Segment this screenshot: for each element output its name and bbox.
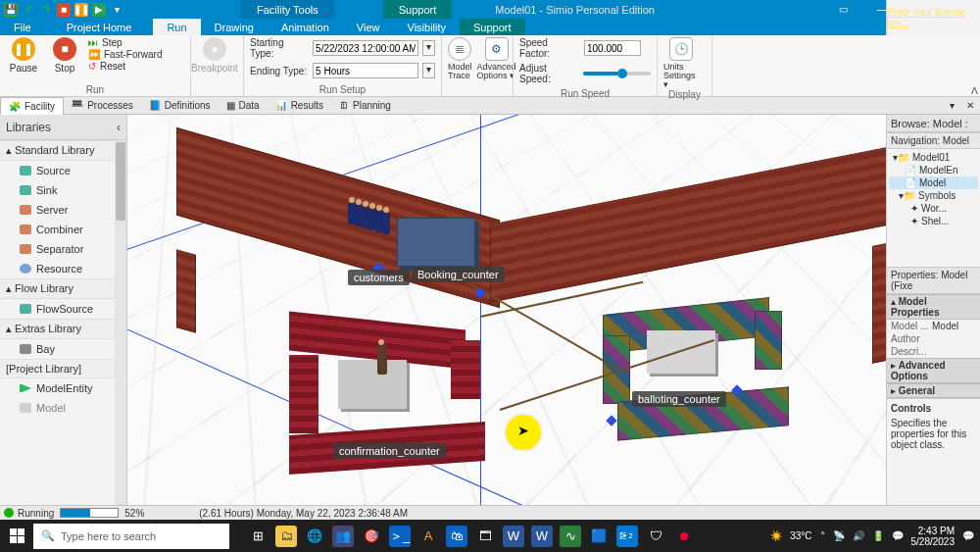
pause-button[interactable]: ❚❚ Pause — [6, 37, 41, 74]
libraries-collapse-icon[interactable]: ‹ — [117, 121, 121, 134]
notifications-icon[interactable]: 💬 — [962, 530, 974, 541]
app-icon[interactable]: 🎯 — [361, 526, 382, 547]
balloting-desk[interactable] — [647, 330, 715, 374]
weather-icon[interactable]: ☀️ — [770, 530, 782, 541]
powershell-icon[interactable]: ＞_ — [389, 526, 411, 547]
app-a-icon[interactable]: A — [417, 526, 439, 547]
units-settings-button[interactable]: 🕒 Units Settings ▾ — [663, 37, 699, 89]
qat-stop-icon[interactable]: ■ — [57, 3, 71, 17]
ribbon-collapse-icon[interactable]: ᐱ — [971, 85, 978, 96]
panel-tab-data[interactable]: ▦Data — [219, 97, 268, 115]
props-cat-advanced-options[interactable]: ▸ Advanced Options — [887, 358, 980, 383]
panel-tab-definitions[interactable]: 📘Definitions — [141, 97, 219, 115]
tab-animation[interactable]: Animation — [268, 19, 343, 35]
breakpoint-button[interactable]: ● Breakpoint — [197, 37, 232, 74]
tree-row[interactable]: ▾📁Symbols — [889, 189, 978, 202]
props-cat-model-properties[interactable]: ▴ Model Properties — [887, 294, 980, 320]
language-icon[interactable]: 💬 — [892, 530, 904, 541]
panel-dropdown-icon[interactable]: ▾ — [944, 100, 960, 111]
qat-save-icon[interactable]: 💾 — [4, 3, 18, 17]
tab-project-home[interactable]: Project Home — [45, 19, 154, 35]
window-restore-icon[interactable]: ▭ — [823, 0, 862, 19]
task-view-icon[interactable]: ⊞ — [247, 526, 269, 547]
props-row[interactable]: Author — [887, 332, 980, 345]
tree-row[interactable]: ▾📁Model01 — [889, 151, 978, 164]
qat-dropdown-icon[interactable]: ▾ — [110, 3, 123, 17]
teams-icon[interactable]: 👥 — [332, 526, 354, 547]
panel-tab-results[interactable]: 📊Results — [268, 97, 331, 115]
tab-view[interactable]: View — [343, 19, 394, 35]
lib-item-combiner[interactable]: Combiner — [0, 220, 126, 239]
tab-file[interactable]: File — [0, 19, 45, 35]
lib-item-bay[interactable]: Bay — [0, 339, 126, 359]
lib-section-project[interactable]: [Project Library] — [0, 359, 126, 378]
lib-item-separator[interactable]: Separator — [0, 239, 126, 259]
start-button[interactable] — [0, 520, 33, 552]
lib-item-source[interactable]: Source — [0, 161, 126, 180]
facility-viewport[interactable]: customers Booking_counter balloting_coun… — [127, 115, 886, 505]
stop-button[interactable]: ■ Stop — [47, 37, 82, 74]
speed-slider[interactable] — [583, 72, 651, 75]
qat-undo-icon[interactable]: ↶ — [22, 3, 35, 17]
tree-row[interactable]: 📄ModelEn — [889, 164, 978, 176]
speed-factor-input[interactable] — [584, 40, 641, 56]
props-row[interactable]: Model ...Model — [887, 320, 980, 332]
mail-icon[interactable]: ✉2 — [616, 526, 638, 547]
lib-item-resource[interactable]: Resource — [0, 259, 126, 278]
advanced-options-button[interactable]: ⚙ Advanced Options ▾ — [478, 37, 515, 80]
volume-icon[interactable]: 🔊 — [853, 530, 864, 541]
lib-section-flow[interactable]: ▴ Flow Library — [0, 278, 126, 299]
lib-item-server[interactable]: Server — [0, 200, 126, 220]
qat-redo-icon[interactable]: ↷ — [39, 3, 53, 17]
panel-close-icon[interactable]: ✕ — [960, 100, 980, 111]
license-link[interactable]: Enter your license key... — [887, 7, 972, 28]
weather-temp[interactable]: 33°C — [790, 530, 811, 541]
lib-section-standard[interactable]: ▴ Standard Library — [0, 140, 126, 161]
model-trace-button[interactable]: ≣ Model Trace — [448, 37, 472, 80]
libraries-scrollbar[interactable] — [115, 140, 126, 505]
props-cat-general[interactable]: ▸ General — [887, 383, 980, 398]
starting-type-dropdown-icon[interactable]: ▾ — [422, 40, 435, 56]
word2-icon[interactable]: W — [531, 526, 553, 547]
panel-tab-facility[interactable]: 🧩Facility — [0, 97, 64, 115]
starting-type-input[interactable] — [313, 40, 418, 56]
step-button[interactable]: ⏭Step — [88, 37, 162, 48]
tab-visibility[interactable]: Visibility — [394, 19, 461, 35]
lib-item-model[interactable]: Model — [0, 398, 126, 418]
confirmation-desk[interactable] — [338, 360, 407, 409]
tab-drawing[interactable]: Drawing — [201, 19, 268, 35]
props-row[interactable]: Descri... — [887, 345, 980, 358]
tree-row[interactable]: ✦Wor... — [889, 202, 978, 215]
panel-tab-processes[interactable]: ᚙProcesses — [64, 97, 141, 115]
qat-play-icon[interactable]: ▶ — [92, 3, 106, 17]
battery-icon[interactable]: 🔋 — [872, 530, 884, 541]
tree-row[interactable]: ✦Shel... — [889, 215, 978, 227]
reset-button[interactable]: ↺Reset — [88, 61, 162, 72]
lib-item-modelentity[interactable]: ModelEntity — [0, 378, 126, 398]
lib-item-sink[interactable]: Sink — [0, 180, 126, 200]
simio-icon[interactable]: ∿ — [560, 526, 581, 547]
security-icon[interactable]: 🛡 — [645, 526, 666, 547]
tray-expand-icon[interactable]: ˄ — [820, 530, 825, 541]
fast-forward-button[interactable]: ⏩Fast-Forward — [88, 49, 162, 60]
store-icon[interactable]: 🛍 — [446, 526, 467, 547]
lib-section-extras[interactable]: ▴ Extras Library — [0, 319, 126, 339]
word-icon[interactable]: W — [503, 526, 524, 547]
chrome-icon[interactable]: 🌐 — [304, 526, 325, 547]
lib-item-flowsource[interactable]: FlowSource — [0, 299, 126, 319]
taskbar-search[interactable]: 🔍 Type here to search — [33, 524, 229, 549]
panel-tab-planning[interactable]: 🗓Planning — [331, 97, 399, 115]
booking-counter-object[interactable] — [397, 218, 475, 267]
ending-type-input[interactable] — [313, 63, 418, 78]
tree-row-selected[interactable]: 📄Model — [889, 176, 978, 189]
edge-icon[interactable]: 🟦 — [588, 526, 610, 547]
tab-run[interactable]: Run — [153, 19, 200, 35]
network-icon[interactable]: 📡 — [833, 530, 845, 541]
qat-pause-icon[interactable]: ❚❚ — [74, 3, 88, 17]
app-icon[interactable]: 🗔 — [474, 526, 496, 547]
explorer-icon[interactable]: 🗂 — [275, 526, 297, 547]
ending-type-dropdown-icon[interactable]: ▾ — [422, 63, 435, 78]
record-icon[interactable]: ⏺ — [673, 526, 695, 547]
tab-support[interactable]: Support — [460, 19, 525, 35]
taskbar-clock[interactable]: 2:43 PM 5/28/2023 — [911, 526, 956, 547]
